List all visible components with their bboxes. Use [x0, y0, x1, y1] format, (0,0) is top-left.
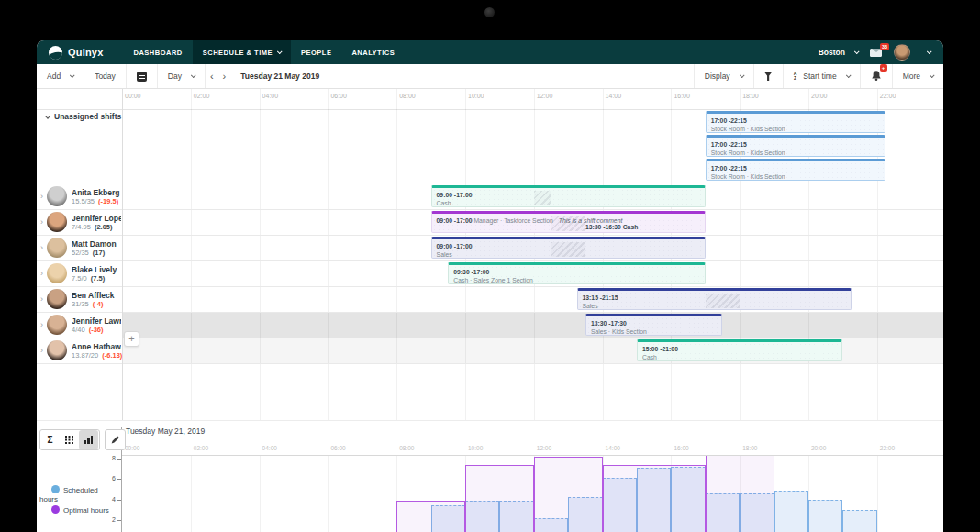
employee-hours: 7.5/0 (7.5) — [72, 274, 105, 283]
today-button[interactable]: Today — [84, 64, 127, 88]
edit-mode-button[interactable] — [105, 429, 126, 450]
timeline-gridline — [396, 89, 397, 420]
expand-chevron-icon[interactable]: › — [40, 217, 43, 227]
expand-chevron-icon[interactable]: › — [40, 294, 43, 304]
unassigned-shifts-header[interactable]: Unassigned shifts — [41, 112, 121, 121]
add-button[interactable]: Add — [37, 64, 84, 88]
shift-time: 09:30 -17:00 — [453, 268, 700, 276]
expand-chevron-icon[interactable]: › — [40, 346, 43, 355]
location-selector[interactable]: Boston — [819, 48, 858, 57]
brand-name: Quinyx — [68, 47, 104, 58]
expand-chevron-icon[interactable]: › — [40, 320, 43, 329]
employee-avatar — [47, 238, 67, 258]
shift-block[interactable]: 09:30 -17:00Cash · Sales Zone 1 Section — [448, 262, 706, 284]
shift-block[interactable]: 09:00 -17:00 Manager · Taskforce Section… — [431, 211, 706, 233]
chart-view-button[interactable] — [79, 430, 98, 449]
chart-hour-label: 06:00 — [330, 445, 345, 451]
expand-chevron-icon[interactable]: › — [40, 243, 43, 252]
left-column-divider — [122, 89, 123, 420]
tab-label: SCHEDULE & TIME — [203, 49, 273, 57]
user-menu-chevron-icon[interactable] — [927, 49, 932, 54]
employee-row[interactable]: ›Anita Ekberg15.5/35 (-19.5) — [37, 183, 122, 209]
employee-avatar — [47, 263, 67, 283]
shift-block[interactable]: 13:30 -17:30Sales · Kids Section — [585, 314, 723, 336]
user-avatar[interactable] — [894, 44, 910, 61]
shift-label: Manager · Taskforce Section — [473, 217, 552, 224]
timeline-gridline — [191, 89, 192, 420]
employee-name: Jennifer Lopez — [72, 214, 121, 223]
toolbar-right: Display A Z Start time — [694, 64, 943, 88]
display-button[interactable]: Display — [694, 64, 753, 88]
employee-row[interactable]: ›Jennifer Lopez7/4.95 (2.05) — [37, 209, 122, 235]
prev-day-button[interactable]: ‹ — [206, 72, 218, 81]
timeline-hour-label: 06:00 — [330, 93, 347, 99]
more-button[interactable]: More — [892, 64, 943, 88]
chart-hour-label: 14:00 — [606, 445, 620, 451]
legend-dot-icon — [51, 485, 60, 493]
employee-row[interactable]: ›Matt Damon52/35 (17) — [37, 235, 122, 260]
unassigned-shift-block[interactable]: 17:00 -22:15Stock Room · Kids Section — [706, 111, 885, 133]
row-divider — [37, 286, 943, 287]
hours-chart — [122, 455, 943, 532]
optimal-hours-step — [603, 465, 706, 532]
expand-chevron-icon[interactable]: › — [40, 269, 43, 278]
notifications-button[interactable]: + — [860, 64, 892, 88]
chevron-down-icon — [846, 72, 852, 78]
employee-row[interactable]: ›Ben Affleck31/35 (-4) — [37, 286, 122, 312]
tab-people[interactable]: PEOPLE — [291, 40, 341, 64]
shift-label: Stock Room · Kids Section — [711, 172, 880, 181]
shift-block[interactable]: 09:00 -17:00Cash — [431, 185, 706, 207]
timeline-gridline — [260, 89, 261, 420]
shift-block[interactable]: 13:15 -21:15Sales — [577, 288, 852, 310]
sort-button[interactable]: A Z Start time — [783, 64, 860, 88]
employee-hours-diff: (-36) — [89, 326, 104, 334]
grid-view-button[interactable] — [60, 430, 79, 449]
unassigned-shift-block[interactable]: 17:00 -22:15Stock Room · Kids Section — [706, 159, 885, 181]
shift-block[interactable]: 09:00 -17:00Sales — [431, 237, 706, 259]
legend-dot-icon — [51, 505, 60, 514]
chevron-down-icon — [191, 72, 196, 78]
calendar-button[interactable] — [127, 64, 158, 88]
bottom-panel-divider — [37, 420, 943, 421]
notifications-badge: + — [880, 64, 887, 72]
view-mode-selector[interactable]: Day — [158, 64, 206, 88]
unassigned-shifts-label: Unassigned shifts — [54, 112, 121, 121]
tab-label: PEOPLE — [301, 49, 331, 57]
employee-avatar — [47, 289, 67, 309]
navbar-right: Boston 33 — [819, 44, 943, 61]
row-shading — [122, 312, 943, 338]
employee-name: Ben Affleck — [72, 291, 121, 300]
tab-dashboard[interactable]: DASHBOARD — [124, 40, 193, 64]
employee-hours-diff: (2.05) — [95, 223, 113, 231]
sum-view-button[interactable]: Σ — [40, 430, 60, 449]
employee-avatar — [47, 315, 67, 335]
chart-gridline — [191, 456, 192, 532]
shift-label: Sales · Kids Section — [591, 327, 718, 336]
timeline-hour-label: 04:00 — [262, 93, 279, 99]
y-axis-tick-label: 8 — [101, 455, 116, 461]
shift-time: 17:00 -22:15 — [711, 116, 880, 125]
expand-chevron-icon[interactable]: › — [40, 192, 43, 201]
shift-time: 17:00 -22:15 — [711, 164, 880, 172]
messages-icon[interactable]: 33 — [870, 49, 882, 57]
unassigned-shift-block[interactable]: 17:00 -22:15Stock Room · Kids Section — [706, 135, 885, 157]
filter-button[interactable] — [753, 64, 783, 88]
shift-break — [706, 294, 740, 308]
timeline-header-divider — [37, 109, 943, 110]
shift-block[interactable]: 15:00 -21:00Cash — [637, 339, 842, 361]
employee-row[interactable]: ›Blake Lively7.5/0 (7.5) — [37, 260, 122, 286]
employee-row[interactable]: ›Jennifer Lawre...4/40 (-36) — [37, 312, 122, 338]
employee-avatar — [47, 340, 67, 360]
shift-time: 13:30 -17:30 — [591, 319, 718, 327]
employee-row[interactable]: ›Anne Hathaway13.87/20 (-6.13) — [37, 338, 122, 363]
employee-name: Blake Lively — [72, 265, 121, 274]
add-shift-row-button[interactable]: + — [124, 331, 139, 347]
scheduled-hours-bar — [774, 491, 808, 532]
next-day-button[interactable]: › — [218, 72, 231, 81]
timeline-hour-label: 18:00 — [742, 93, 759, 99]
timeline-gridline — [328, 89, 329, 420]
shift-label: Stock Room · Kids Section — [711, 125, 880, 133]
shift-task[interactable]: 13:30 -16:30 Cash — [585, 223, 688, 233]
tab-schedule-time[interactable]: SCHEDULE & TIME — [193, 40, 291, 64]
tab-analytics[interactable]: ANALYTICS — [341, 40, 405, 64]
